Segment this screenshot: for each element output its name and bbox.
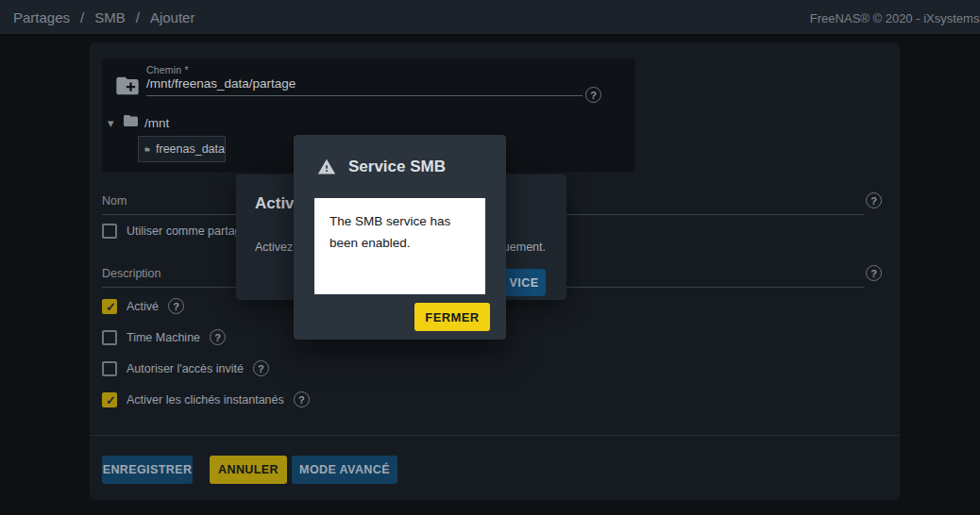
enable-service-button[interactable]: VICE [502,269,546,296]
smb-dialog-header: Service SMB [316,158,446,176]
path-input[interactable]: /mnt/freenas_data/partage [146,76,296,91]
time-machine-label: Time Machine [127,331,200,344]
path-field-label: Chemin * [146,64,189,75]
enabled-label: Activé [127,300,159,313]
tree-node-label: freenas_data [156,142,225,156]
advanced-mode-button[interactable]: MODE AVANCÉ [292,456,397,484]
time-machine-help-icon[interactable] [210,329,226,345]
copyright-text: FreeNAS® © 2020 - iXsystems, [810,0,980,36]
top-navbar: Partages / SMB / Ajouter FreeNAS® © 2020… [0,0,980,36]
enabled-checkbox[interactable] [102,299,117,314]
enable-service-title: Activ [255,194,295,213]
folder-icon [121,112,141,129]
time-machine-checkbox[interactable] [102,330,117,345]
name-field-label: Nom [102,194,127,208]
freenas-page: Partages / SMB / Ajouter FreeNAS® © 2020… [0,0,980,515]
guest-access-checkbox[interactable] [102,361,117,376]
tree-expander-icon[interactable] [108,114,121,129]
folder-icon [144,142,150,157]
breadcrumb-separator: / [136,9,140,25]
shadow-copies-label: Activer les clichés instantanés [127,393,284,407]
breadcrumb-item-smb[interactable]: SMB [94,9,126,25]
smb-service-dialog: Service SMB The SMB service has been ena… [294,135,506,340]
description-field-label: Description [102,267,161,280]
enable-service-body-right: uement. [503,241,546,254]
path-help-icon[interactable] [585,87,601,103]
path-input-underline [146,95,583,96]
breadcrumb-item-ajouter[interactable]: Ajouter [150,9,195,25]
guest-access-row: Autoriser l'accès invité [102,360,269,376]
form-footer-divider [90,435,900,436]
guest-access-help-icon[interactable] [253,360,269,376]
cancel-button[interactable]: ANNULER [210,456,287,484]
tree-node-freenas-data[interactable]: freenas_data [138,136,226,162]
create-folder-icon[interactable] [112,73,143,99]
breadcrumb-item-partages[interactable]: Partages [13,9,70,25]
description-help-icon[interactable] [866,265,882,281]
smb-dialog-title: Service SMB [348,158,446,176]
tree-node-mnt[interactable]: /mnt [144,116,169,130]
enabled-row: Activé [102,298,184,314]
shadow-copies-checkbox[interactable] [102,392,117,407]
shadow-copies-row: Activer les clichés instantanés [102,391,310,407]
save-button[interactable]: ENREGISTRER [102,456,193,484]
enable-service-body-left: Activez [255,241,293,254]
smb-dialog-message-box: The SMB service has been enabled. [314,198,485,294]
warning-icon [316,158,337,176]
name-help-icon[interactable] [866,192,882,208]
shadow-copies-help-icon[interactable] [294,391,310,407]
close-dialog-button[interactable]: FERMER [414,303,490,331]
breadcrumb: Partages / SMB / Ajouter [13,9,194,25]
guest-access-label: Autoriser l'accès invité [127,362,244,375]
home-share-checkbox[interactable] [102,224,117,239]
smb-dialog-message: The SMB service has been enabled. [329,210,470,254]
home-share-row: Utiliser comme partage p [102,224,258,239]
time-machine-row: Time Machine [102,329,226,345]
breadcrumb-separator: / [80,9,84,25]
enabled-help-icon[interactable] [168,298,184,314]
